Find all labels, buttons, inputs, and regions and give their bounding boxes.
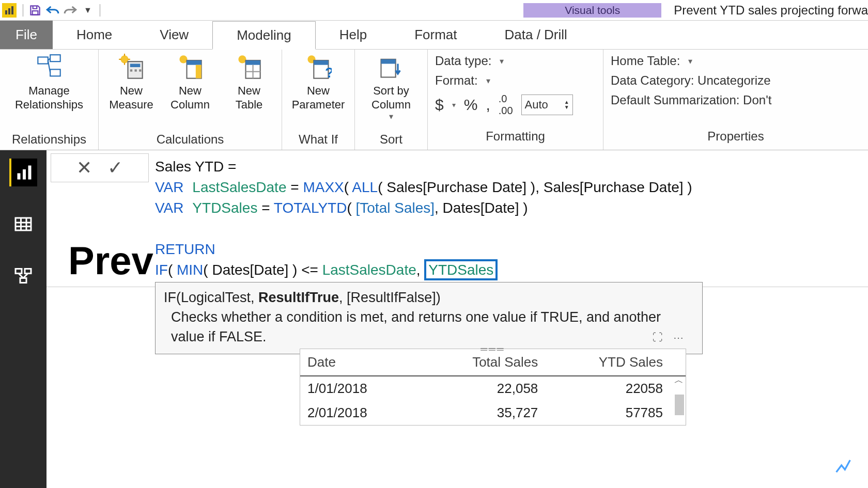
- svg-point-19: [179, 55, 187, 63]
- commit-formula-icon[interactable]: ✓: [107, 157, 123, 179]
- document-title: Prevent YTD sales projecting forwa: [674, 3, 868, 18]
- sort-icon: [378, 54, 405, 81]
- svg-rect-2: [11, 6, 13, 14]
- chevron-down-icon: ▾: [389, 112, 393, 121]
- decimal-icon[interactable]: .0.00: [499, 93, 513, 117]
- data-view-button[interactable]: [9, 210, 37, 238]
- svg-rect-37: [16, 218, 31, 230]
- scroll-up-icon[interactable]: ︿: [674, 374, 684, 386]
- new-column-button[interactable]: New Column: [163, 52, 218, 112]
- group-formatting: Formatting: [435, 128, 596, 146]
- formula-bar: ✕ ✓ Sales YTD = VAR LastSalesDate = MAXX…: [47, 150, 868, 287]
- group-whatif: What If: [287, 131, 349, 149]
- svg-rect-21: [187, 60, 202, 65]
- table-row: 1/01/2018 22,058 22058: [300, 376, 686, 401]
- chevron-down-icon[interactable]: ▾: [500, 56, 504, 66]
- svg-rect-43: [25, 269, 31, 274]
- watermark-icon: [833, 455, 854, 478]
- default-summ-label: Default Summarization: Don't: [611, 93, 771, 107]
- svg-text:?: ?: [325, 65, 332, 81]
- svg-rect-35: [23, 169, 26, 180]
- cancel-formula-icon[interactable]: ✕: [76, 157, 92, 179]
- group-properties: Properties: [611, 128, 861, 146]
- data-category-label: Data Category: Uncategorize: [611, 73, 771, 88]
- format-label: Format:: [435, 73, 478, 88]
- new-measure-button[interactable]: New Measure: [104, 52, 159, 112]
- svg-rect-34: [18, 174, 21, 180]
- chevron-down-icon[interactable]: ▾: [688, 56, 692, 66]
- svg-rect-33: [381, 59, 396, 64]
- svg-rect-36: [28, 166, 32, 180]
- active-argument-highlight: YTDSales: [424, 259, 498, 280]
- undo-icon[interactable]: [44, 2, 61, 19]
- svg-rect-18: [139, 69, 141, 71]
- group-calculations: Calculations: [104, 131, 276, 149]
- tab-file[interactable]: File: [0, 21, 53, 49]
- tab-modeling[interactable]: Modeling: [212, 21, 316, 50]
- qat-dropdown-icon[interactable]: ▼: [79, 2, 97, 19]
- new-parameter-icon: ?: [305, 54, 332, 81]
- decimal-places-spinner[interactable]: Auto▲▼: [521, 95, 573, 115]
- report-view-button[interactable]: [9, 159, 37, 186]
- svg-point-23: [238, 55, 246, 63]
- tab-format[interactable]: Format: [391, 21, 481, 49]
- svg-point-9: [120, 55, 128, 63]
- svg-rect-42: [16, 269, 22, 274]
- new-table-button[interactable]: New Table: [222, 52, 276, 112]
- more-options-icon[interactable]: ⋯: [673, 332, 684, 344]
- svg-rect-17: [135, 69, 137, 71]
- page-title: Prev: [68, 238, 153, 283]
- svg-rect-1: [8, 8, 10, 14]
- scrollbar-thumb[interactable]: [675, 395, 684, 415]
- svg-rect-6: [50, 69, 60, 76]
- tab-data-drill[interactable]: Data / Drill: [481, 21, 591, 49]
- new-column-icon: [177, 54, 204, 81]
- manage-relationships-button[interactable]: Manage Relationships: [5, 52, 93, 112]
- svg-rect-25: [246, 60, 260, 65]
- ribbon-tabs: File Home View Modeling Help Format Data…: [0, 21, 868, 50]
- sort-by-column-button[interactable]: Sort by Column ▾: [360, 52, 422, 121]
- group-sort: Sort: [360, 131, 422, 149]
- new-table-icon: [236, 54, 262, 81]
- datatype-label: Data type:: [435, 54, 491, 68]
- report-canvas: ✕ ✓ Sales YTD = VAR LastSalesDate = MAXX…: [47, 150, 868, 488]
- new-measure-icon: [118, 54, 145, 81]
- table-row: 2/01/2018 35,727 57785: [300, 401, 686, 425]
- redo-icon[interactable]: [61, 2, 79, 19]
- save-icon[interactable]: [26, 2, 44, 19]
- app-icon: [2, 3, 17, 18]
- intellisense-tooltip: IF(LogicalTest, ResultIfTrue, [ResultIfF…: [155, 282, 703, 354]
- svg-rect-22: [196, 65, 202, 78]
- comma-button[interactable]: ,: [486, 96, 490, 114]
- relationships-icon: [36, 54, 63, 81]
- drag-handle-icon[interactable]: ═══: [481, 344, 505, 355]
- svg-rect-5: [50, 55, 60, 61]
- focus-mode-icon[interactable]: ⛶: [653, 332, 663, 344]
- svg-rect-15: [130, 64, 141, 68]
- tab-view[interactable]: View: [136, 21, 212, 49]
- chevron-down-icon[interactable]: ▾: [452, 101, 456, 109]
- tab-help[interactable]: Help: [316, 21, 391, 49]
- model-view-button[interactable]: [9, 262, 37, 290]
- group-relationships: Relationships: [5, 131, 93, 149]
- svg-line-8: [48, 60, 50, 73]
- svg-rect-3: [33, 11, 38, 15]
- dax-editor[interactable]: Sales YTD = VAR LastSalesDate = MAXX( AL…: [153, 150, 868, 287]
- title-bar: ▼ Visual tools Prevent YTD sales project…: [0, 0, 868, 21]
- data-table-visual[interactable]: ═══ ⛶ ⋯ Date Total Sales YTD Sales 1/01/…: [300, 349, 686, 426]
- new-parameter-button[interactable]: ? New Parameter: [287, 52, 349, 112]
- chevron-down-icon[interactable]: ▾: [486, 76, 490, 86]
- svg-rect-0: [5, 10, 7, 14]
- ribbon: Manage Relationships Relationships New M…: [0, 50, 868, 150]
- svg-rect-16: [130, 69, 132, 71]
- svg-rect-44: [20, 278, 26, 283]
- col-date[interactable]: Date: [300, 349, 418, 376]
- contextual-tool-tab: Visual tools: [523, 3, 661, 18]
- percent-button[interactable]: %: [464, 96, 478, 114]
- home-table-label: Home Table:: [611, 54, 680, 68]
- view-switcher: [0, 150, 47, 488]
- col-ytd[interactable]: YTD Sales: [545, 349, 670, 376]
- svg-rect-4: [38, 57, 48, 64]
- tab-home[interactable]: Home: [53, 21, 136, 49]
- currency-button[interactable]: $: [435, 96, 444, 114]
